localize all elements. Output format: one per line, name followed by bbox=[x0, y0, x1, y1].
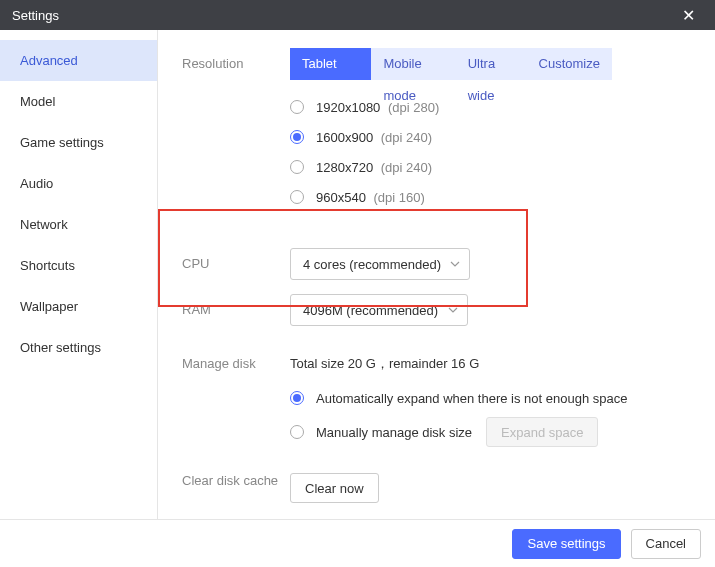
ram-label: RAM bbox=[182, 294, 290, 317]
chevron-down-icon bbox=[449, 258, 461, 270]
manage-disk-label: Manage disk bbox=[182, 348, 290, 371]
tab-ultra-wide[interactable]: Ultra wide bbox=[456, 48, 527, 80]
cpu-select-value: 4 cores (recommended) bbox=[303, 257, 441, 272]
cpu-label: CPU bbox=[182, 248, 290, 271]
sidebar-item-network[interactable]: Network bbox=[0, 204, 157, 245]
resolution-tabs: Tablet mode Mobile mode Ultra wide Custo… bbox=[290, 48, 612, 80]
button-label: Save settings bbox=[527, 536, 605, 551]
chevron-down-icon bbox=[447, 304, 459, 316]
sidebar-item-label: Network bbox=[20, 217, 68, 232]
sidebar-item-audio[interactable]: Audio bbox=[0, 163, 157, 204]
resolution-option-1280x720[interactable]: 1280x720 (dpi 240) bbox=[290, 152, 691, 182]
cpu-select[interactable]: 4 cores (recommended) bbox=[290, 248, 470, 280]
resolution-option-960x540[interactable]: 960x540 (dpi 160) bbox=[290, 182, 691, 212]
clear-now-button[interactable]: Clear now bbox=[290, 473, 379, 503]
radio-icon bbox=[290, 391, 304, 405]
sidebar-item-advanced[interactable]: Advanced bbox=[0, 40, 157, 81]
radio-icon bbox=[290, 130, 304, 144]
radio-label: 1600x900 (dpi 240) bbox=[316, 130, 432, 145]
disk-total-text: Total size 20 G，remainder 16 G bbox=[290, 348, 691, 373]
sidebar-item-label: Advanced bbox=[20, 53, 78, 68]
tab-label: Ultra wide bbox=[468, 56, 495, 103]
expand-space-button: Expand space bbox=[486, 417, 598, 447]
sidebar-item-other-settings[interactable]: Other settings bbox=[0, 327, 157, 368]
tab-tablet-mode[interactable]: Tablet mode bbox=[290, 48, 371, 80]
sidebar-item-wallpaper[interactable]: Wallpaper bbox=[0, 286, 157, 327]
tab-customize[interactable]: Customize bbox=[527, 48, 612, 80]
button-label: Clear now bbox=[305, 481, 364, 496]
sidebar-item-label: Game settings bbox=[20, 135, 104, 150]
tab-label: Tablet mode bbox=[302, 56, 337, 103]
radio-label: 1280x720 (dpi 240) bbox=[316, 160, 432, 175]
button-label: Expand space bbox=[501, 425, 583, 440]
sidebar-item-label: Audio bbox=[20, 176, 53, 191]
close-icon[interactable]: ✕ bbox=[673, 6, 703, 25]
button-label: Cancel bbox=[646, 536, 686, 551]
resolution-label: Resolution bbox=[182, 48, 290, 71]
save-settings-button[interactable]: Save settings bbox=[512, 529, 620, 559]
main-area: Advanced Model Game settings Audio Netwo… bbox=[0, 30, 715, 519]
radio-label: 1920x1080 (dpi 280) bbox=[316, 100, 439, 115]
tab-mobile-mode[interactable]: Mobile mode bbox=[371, 48, 455, 80]
disk-option-manual[interactable]: Manually manage disk size Expand space bbox=[290, 415, 691, 449]
disk-option-auto-expand[interactable]: Automatically expand when there is not e… bbox=[290, 381, 691, 415]
radio-icon bbox=[290, 100, 304, 114]
sidebar-item-label: Shortcuts bbox=[20, 258, 75, 273]
ram-select-value: 4096M (recommended) bbox=[303, 303, 438, 318]
sidebar-item-label: Wallpaper bbox=[20, 299, 78, 314]
sidebar-item-label: Other settings bbox=[20, 340, 101, 355]
tab-label: Customize bbox=[539, 56, 600, 71]
window-title: Settings bbox=[12, 8, 673, 23]
sidebar: Advanced Model Game settings Audio Netwo… bbox=[0, 30, 158, 519]
clear-cache-section: Clear disk cache Clear now bbox=[182, 473, 691, 503]
radio-icon bbox=[290, 190, 304, 204]
resolution-section: Resolution Tablet mode Mobile mode Ultra… bbox=[182, 48, 691, 212]
radio-icon bbox=[290, 425, 304, 439]
content: Resolution Tablet mode Mobile mode Ultra… bbox=[158, 30, 715, 519]
ram-section: RAM 4096M (recommended) bbox=[182, 294, 691, 326]
radio-icon bbox=[290, 160, 304, 174]
resolution-option-1600x900[interactable]: 1600x900 (dpi 240) bbox=[290, 122, 691, 152]
sidebar-item-model[interactable]: Model bbox=[0, 81, 157, 122]
footer: Save settings Cancel bbox=[0, 519, 715, 567]
cpu-section: CPU 4 cores (recommended) bbox=[182, 248, 691, 280]
radio-label: 960x540 (dpi 160) bbox=[316, 190, 425, 205]
radio-label: Manually manage disk size bbox=[316, 425, 472, 440]
manage-disk-section: Manage disk Total size 20 G，remainder 16… bbox=[182, 348, 691, 449]
cancel-button[interactable]: Cancel bbox=[631, 529, 701, 559]
titlebar: Settings ✕ bbox=[0, 0, 715, 30]
radio-label: Automatically expand when there is not e… bbox=[316, 391, 627, 406]
ram-select[interactable]: 4096M (recommended) bbox=[290, 294, 468, 326]
clear-cache-label: Clear disk cache bbox=[182, 473, 290, 488]
sidebar-item-label: Model bbox=[20, 94, 55, 109]
sidebar-item-shortcuts[interactable]: Shortcuts bbox=[0, 245, 157, 286]
sidebar-item-game-settings[interactable]: Game settings bbox=[0, 122, 157, 163]
